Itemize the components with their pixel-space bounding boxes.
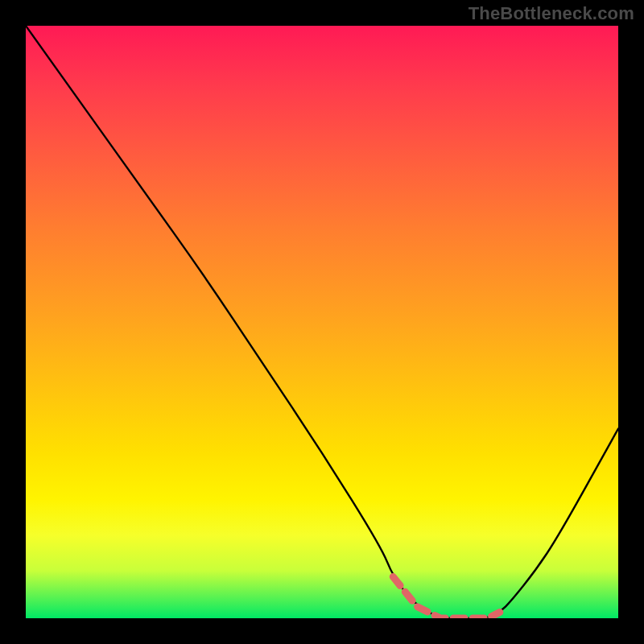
- optimal-band: [393, 577, 500, 619]
- watermark-text: TheBottleneck.com: [469, 3, 634, 24]
- bottleneck-curve: [26, 26, 618, 618]
- chart-plot-area: [26, 26, 618, 618]
- chart-frame: TheBottleneck.com: [0, 0, 644, 644]
- curve-layer: [26, 26, 618, 618]
